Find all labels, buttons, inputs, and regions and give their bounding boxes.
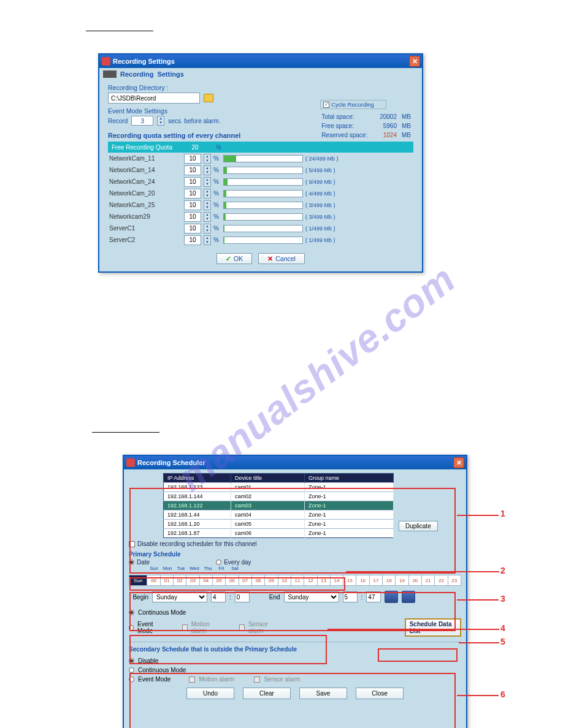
- quota-percent-input[interactable]: [184, 154, 201, 164]
- hours-strip[interactable]: Sun0001020304050607080910111213141516171…: [129, 575, 461, 586]
- close-icon[interactable]: ✕: [453, 457, 464, 468]
- sec-event-radio[interactable]: [129, 677, 134, 682]
- hour-cell[interactable]: 05: [213, 575, 226, 586]
- hour-cell[interactable]: 07: [239, 575, 252, 586]
- sec-continuous-radio[interactable]: [129, 667, 134, 673]
- hour-cell[interactable]: 12: [304, 575, 317, 586]
- end-label: End: [269, 594, 280, 601]
- spinner-icon[interactable]: ▲▼: [204, 189, 211, 199]
- continuous-mode-radio[interactable]: [129, 610, 134, 615]
- hour-cell[interactable]: 10: [278, 575, 291, 586]
- tab-settings[interactable]: Settings: [157, 70, 183, 78]
- spinner-icon[interactable]: ▲▼: [204, 165, 211, 175]
- duplicate-button[interactable]: Duplicate: [399, 521, 438, 531]
- spinner-icon[interactable]: ▲▼: [157, 116, 164, 126]
- sensor-alarm-label: Sensor alarm: [248, 621, 280, 634]
- hour-cell[interactable]: 13: [318, 575, 331, 586]
- pre-alarm-seconds-input[interactable]: 3: [131, 116, 153, 126]
- quota-percent-input[interactable]: [184, 212, 201, 222]
- remove-schedule-icon[interactable]: [402, 591, 415, 603]
- hour-cell[interactable]: 03: [186, 575, 199, 586]
- table-row[interactable]: 192.168.1.20cam05Zone-1: [164, 520, 394, 529]
- clear-button[interactable]: Clear: [243, 688, 291, 699]
- table-row[interactable]: 192.168.1.44cam04Zone-1: [164, 510, 394, 520]
- hour-cell[interactable]: 09: [265, 575, 278, 586]
- camera-table[interactable]: IP Address Device title Group name 192.1…: [163, 473, 394, 538]
- begin-hour-input[interactable]: [211, 591, 226, 602]
- schedule-data-list-button[interactable]: Schedule Data List: [405, 618, 461, 637]
- hour-cell[interactable]: 22: [435, 575, 448, 586]
- spinner-icon[interactable]: ▲▼: [204, 224, 211, 233]
- browse-folder-icon[interactable]: [204, 94, 213, 102]
- hour-cell[interactable]: 15: [343, 575, 356, 586]
- spinner-icon[interactable]: ▲▼: [204, 177, 211, 187]
- sec-motion-checkbox[interactable]: [189, 677, 195, 683]
- close-icon[interactable]: ✕: [409, 56, 420, 67]
- sec-disable-radio[interactable]: [129, 658, 134, 664]
- hour-cell[interactable]: 14: [331, 575, 343, 586]
- quota-percent-input[interactable]: [184, 200, 201, 210]
- hour-cell[interactable]: 08: [252, 575, 265, 586]
- event-mode-radio[interactable]: [129, 625, 134, 631]
- rec-dir-input[interactable]: [108, 93, 200, 104]
- day-label: Thu: [201, 566, 215, 571]
- spinner-icon[interactable]: ▲▼: [204, 154, 211, 164]
- hour-cell[interactable]: 20: [409, 575, 422, 586]
- hour-cell[interactable]: 04: [200, 575, 213, 586]
- recording-scheduler-dialog: Recording Scheduler ✕ IP Address Device …: [123, 455, 467, 728]
- end-min-input[interactable]: [366, 591, 381, 602]
- spinner-icon[interactable]: ▲▼: [204, 212, 211, 222]
- hour-cell[interactable]: 21: [422, 575, 435, 586]
- hour-cell[interactable]: 11: [291, 575, 304, 586]
- quota-percent-input[interactable]: [184, 224, 201, 233]
- hour-cell[interactable]: 00: [147, 575, 160, 586]
- hour-cell[interactable]: 23: [448, 575, 461, 586]
- ok-button[interactable]: ✓OK: [216, 253, 252, 264]
- table-row[interactable]: 192.168.1.144cam02Zone-1: [164, 492, 394, 501]
- quota-row: NetworkCam_24 ▲▼ % ( 9/499 Mb ): [108, 176, 413, 188]
- quota-percent-input[interactable]: [184, 165, 201, 175]
- hour-cell[interactable]: 02: [174, 575, 186, 586]
- spinner-icon[interactable]: ▲▼: [204, 200, 211, 210]
- begin-day-select[interactable]: Sunday: [152, 591, 207, 602]
- hour-cell[interactable]: 17: [370, 575, 383, 586]
- hour-cell[interactable]: 19: [396, 575, 408, 586]
- quota-percent-input[interactable]: [184, 177, 201, 187]
- sec-sensor-checkbox[interactable]: [254, 677, 260, 683]
- tab-recording[interactable]: Recording: [120, 70, 153, 78]
- quota-percent-input[interactable]: [184, 235, 201, 245]
- quota-bar: [223, 202, 303, 209]
- primary-schedule-title: Primary Schedule: [129, 551, 461, 558]
- end-day-select[interactable]: Sunday: [284, 591, 339, 602]
- quota-bar-label: ( 3/499 Mb ): [305, 214, 335, 220]
- end-hour-input[interactable]: [343, 591, 358, 602]
- undo-button[interactable]: Undo: [186, 688, 234, 699]
- day-summary-cell[interactable]: Sun: [129, 575, 147, 586]
- titlebar[interactable]: Recording Scheduler ✕: [124, 456, 466, 469]
- quota-bar: [223, 167, 303, 174]
- hour-cell[interactable]: 06: [226, 575, 239, 586]
- hour-cell[interactable]: 01: [161, 575, 174, 586]
- add-schedule-icon[interactable]: [385, 591, 398, 603]
- app-icon: [126, 458, 135, 467]
- spinner-icon[interactable]: ▲▼: [204, 235, 211, 245]
- motion-alarm-checkbox[interactable]: [182, 624, 188, 631]
- close-button[interactable]: Close: [356, 688, 404, 699]
- everyday-label: Every day: [224, 559, 251, 566]
- table-row[interactable]: 192.168.1.123cam01Zone-1: [164, 483, 394, 492]
- quota-row: NetworkCam_14 ▲▼ % ( 5/499 Mb ): [108, 164, 413, 176]
- cycle-recording-checkbox[interactable]: ✓: [323, 102, 329, 108]
- date-radio[interactable]: [129, 559, 134, 565]
- sensor-alarm-checkbox[interactable]: [239, 624, 245, 631]
- titlebar[interactable]: Recording Settings ✕: [99, 55, 422, 68]
- table-row[interactable]: 192.168.1.122cam03Zone-1: [164, 501, 394, 510]
- table-row[interactable]: 192.168.1.87cam06Zone-1: [164, 529, 394, 538]
- save-button[interactable]: Save: [299, 688, 347, 699]
- begin-min-input[interactable]: [235, 591, 250, 602]
- hour-cell[interactable]: 16: [356, 575, 369, 586]
- everyday-radio[interactable]: [216, 559, 221, 565]
- disable-scheduler-checkbox[interactable]: [129, 541, 135, 547]
- quota-percent-input[interactable]: [184, 189, 201, 199]
- cancel-button[interactable]: ✕Cancel: [258, 253, 305, 264]
- hour-cell[interactable]: 18: [383, 575, 396, 586]
